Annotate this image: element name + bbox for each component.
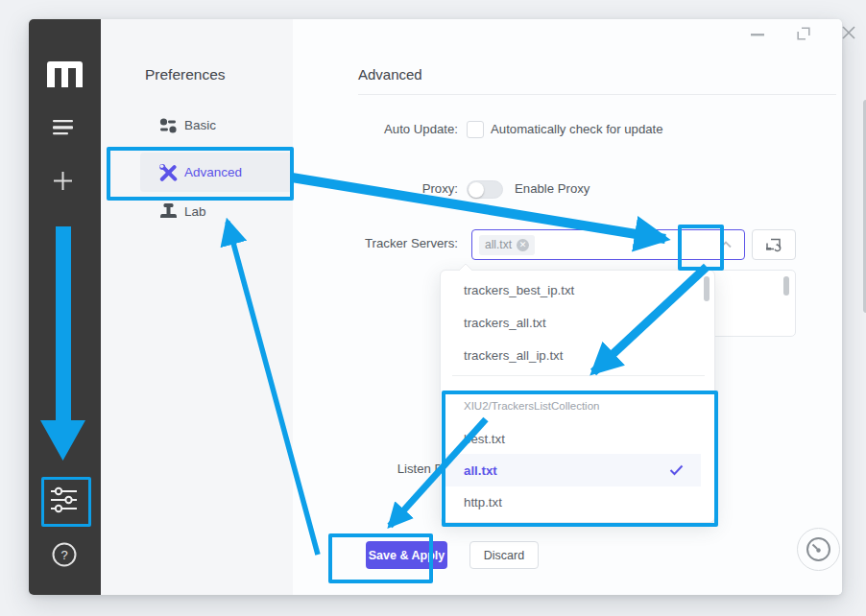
proxy-toggle[interactable]	[467, 180, 503, 199]
discard-button[interactable]: Discard	[469, 541, 539, 569]
auto-update-label: Auto Update:	[314, 122, 458, 136]
minimize-button[interactable]	[749, 30, 766, 39]
sidebar-item-label: Lab	[184, 204, 206, 219]
dropdown-divider	[452, 375, 705, 376]
stamp-icon	[160, 203, 177, 221]
speed-gauge-icon	[806, 536, 831, 562]
page-title: Advanced	[358, 66, 422, 83]
toggles-icon	[159, 118, 178, 133]
tracker-servers-label: Tracker Servers:	[314, 236, 458, 250]
title-divider	[358, 94, 836, 95]
annotation-box-save-button	[328, 533, 433, 583]
task-list-icon[interactable]	[53, 120, 74, 135]
svg-text:?: ?	[60, 548, 67, 562]
annotation-box-chevron	[678, 225, 724, 271]
dropdown-item[interactable]: trackers_all_ip.txt	[442, 339, 701, 371]
preferences-title: Preferences	[145, 66, 226, 83]
toggle-knob	[469, 182, 484, 198]
sidebar-item-basic[interactable]: Basic	[140, 115, 313, 138]
annotation-box-advanced	[107, 147, 294, 201]
motrix-logo-icon	[47, 61, 83, 87]
annotation-box-dropdown-group	[442, 391, 718, 527]
motrix-preferences-window: ? Preferences Basic	[29, 19, 842, 595]
auto-update-checkbox-label: Automatically check for update	[491, 122, 663, 136]
preferences-panel: Preferences Basic	[101, 19, 293, 595]
screenshot-canvas: ? Preferences Basic	[0, 0, 866, 616]
tag-label: all.txt	[485, 238, 512, 251]
proxy-label: Proxy:	[314, 181, 458, 196]
add-task-icon[interactable]	[53, 171, 73, 191]
maximize-button[interactable]	[797, 27, 810, 40]
dropdown-scrollbar[interactable]	[704, 276, 710, 301]
tag-remove-icon[interactable]: ✕	[517, 239, 529, 251]
sidebar-item-lab[interactable]: Lab	[140, 201, 313, 224]
dropdown-notch	[458, 264, 473, 272]
selected-tracker-tag[interactable]: all.txt ✕	[479, 235, 535, 255]
help-icon[interactable]: ?	[52, 542, 77, 567]
close-button[interactable]	[842, 26, 855, 39]
sidebar-item-label: Basic	[184, 118, 216, 132]
proxy-toggle-label: Enable Proxy	[515, 181, 589, 196]
engine-status-button[interactable]	[797, 528, 840, 571]
auto-update-checkbox[interactable]	[467, 121, 484, 138]
textarea-scrollbar[interactable]	[783, 276, 789, 296]
dropdown-item[interactable]: trackers_all.txt	[442, 306, 701, 339]
dropdown-item[interactable]: trackers_best_ip.txt	[442, 273, 701, 306]
annotation-box-settings-icon	[41, 477, 91, 527]
sync-trackers-button[interactable]	[752, 229, 796, 260]
